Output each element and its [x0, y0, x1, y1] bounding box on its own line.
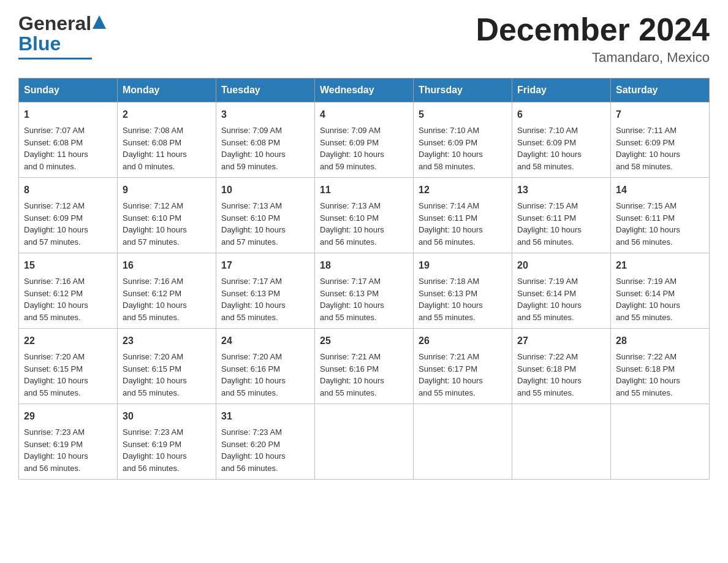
- calendar-cell: 6Sunrise: 7:10 AMSunset: 6:09 PMDaylight…: [512, 102, 611, 178]
- day-number: 27: [517, 334, 605, 348]
- day-info: Sunrise: 7:20 AMSunset: 6:15 PMDaylight:…: [123, 352, 187, 397]
- logo-general-label: General: [18, 12, 91, 35]
- calendar-cell: 1Sunrise: 7:07 AMSunset: 6:08 PMDaylight…: [19, 102, 118, 178]
- page-header: General Blue December 2024 Tamandaro, Me…: [18, 12, 710, 66]
- day-info: Sunrise: 7:20 AMSunset: 6:16 PMDaylight:…: [221, 352, 286, 397]
- calendar-cell: 19Sunrise: 7:18 AMSunset: 6:13 PMDayligh…: [414, 253, 512, 329]
- svg-marker-0: [93, 15, 106, 29]
- calendar-cell: 28Sunrise: 7:22 AMSunset: 6:18 PMDayligh…: [611, 329, 710, 404]
- calendar-week-row: 29Sunrise: 7:23 AMSunset: 6:19 PMDayligh…: [19, 404, 710, 480]
- day-info: Sunrise: 7:16 AMSunset: 6:12 PMDaylight:…: [24, 277, 88, 322]
- day-info: Sunrise: 7:15 AMSunset: 6:11 PMDaylight:…: [616, 201, 680, 247]
- day-number: 1: [24, 107, 112, 122]
- calendar-cell: 3Sunrise: 7:09 AMSunset: 6:08 PMDaylight…: [216, 102, 315, 178]
- day-info: Sunrise: 7:23 AMSunset: 6:19 PMDaylight:…: [123, 427, 187, 473]
- month-title: December 2024: [476, 12, 710, 47]
- header-thursday: Thursday: [414, 79, 512, 102]
- day-number: 7: [616, 107, 704, 122]
- day-info: Sunrise: 7:19 AMSunset: 6:14 PMDaylight:…: [517, 277, 582, 322]
- day-number: 15: [24, 258, 112, 273]
- day-number: 31: [221, 409, 309, 424]
- day-info: Sunrise: 7:17 AMSunset: 6:13 PMDaylight:…: [221, 277, 286, 322]
- day-number: 14: [616, 183, 704, 197]
- calendar-week-row: 1Sunrise: 7:07 AMSunset: 6:08 PMDaylight…: [19, 102, 710, 178]
- day-info: Sunrise: 7:23 AMSunset: 6:19 PMDaylight:…: [24, 427, 88, 473]
- day-info: Sunrise: 7:17 AMSunset: 6:13 PMDaylight:…: [320, 277, 384, 322]
- day-number: 30: [123, 409, 211, 424]
- day-info: Sunrise: 7:12 AMSunset: 6:10 PMDaylight:…: [123, 201, 187, 247]
- header-saturday: Saturday: [611, 79, 710, 102]
- calendar-cell: 30Sunrise: 7:23 AMSunset: 6:19 PMDayligh…: [118, 404, 216, 480]
- calendar-cell: 27Sunrise: 7:22 AMSunset: 6:18 PMDayligh…: [512, 329, 611, 404]
- day-info: Sunrise: 7:23 AMSunset: 6:20 PMDaylight:…: [221, 427, 286, 473]
- day-number: 6: [517, 107, 605, 122]
- calendar-cell: 5Sunrise: 7:10 AMSunset: 6:09 PMDaylight…: [414, 102, 512, 178]
- day-number: 29: [24, 409, 112, 424]
- day-number: 9: [123, 183, 211, 197]
- calendar-cell: 7Sunrise: 7:11 AMSunset: 6:09 PMDaylight…: [611, 102, 710, 178]
- calendar-header-row: SundayMondayTuesdayWednesdayThursdayFrid…: [19, 79, 710, 102]
- day-info: Sunrise: 7:22 AMSunset: 6:18 PMDaylight:…: [517, 352, 582, 397]
- calendar-cell: 21Sunrise: 7:19 AMSunset: 6:14 PMDayligh…: [611, 253, 710, 329]
- calendar-cell: 13Sunrise: 7:15 AMSunset: 6:11 PMDayligh…: [512, 178, 611, 253]
- day-info: Sunrise: 7:19 AMSunset: 6:14 PMDaylight:…: [616, 277, 680, 322]
- day-info: Sunrise: 7:18 AMSunset: 6:13 PMDaylight:…: [419, 277, 483, 322]
- calendar-cell: 15Sunrise: 7:16 AMSunset: 6:12 PMDayligh…: [19, 253, 118, 329]
- calendar-cell: 24Sunrise: 7:20 AMSunset: 6:16 PMDayligh…: [216, 329, 315, 404]
- calendar-week-row: 15Sunrise: 7:16 AMSunset: 6:12 PMDayligh…: [19, 253, 710, 329]
- day-number: 8: [24, 183, 112, 197]
- logo-blue-label: Blue: [18, 33, 61, 55]
- day-number: 12: [419, 183, 507, 197]
- day-number: 3: [221, 107, 309, 122]
- header-tuesday: Tuesday: [216, 79, 315, 102]
- day-number: 20: [517, 258, 605, 273]
- day-info: Sunrise: 7:14 AMSunset: 6:11 PMDaylight:…: [419, 201, 483, 247]
- day-number: 25: [320, 334, 408, 348]
- day-number: 24: [221, 334, 309, 348]
- day-info: Sunrise: 7:07 AMSunset: 6:08 PMDaylight:…: [24, 126, 88, 171]
- header-friday: Friday: [512, 79, 611, 102]
- calendar-week-row: 22Sunrise: 7:20 AMSunset: 6:15 PMDayligh…: [19, 329, 710, 404]
- calendar-cell: [414, 404, 512, 480]
- title-area: December 2024 Tamandaro, Mexico: [476, 12, 710, 66]
- header-monday: Monday: [118, 79, 216, 102]
- logo-triangle-icon: [93, 15, 106, 29]
- logo: General Blue: [18, 12, 106, 59]
- calendar-cell: [315, 404, 414, 480]
- location-label: Tamandaro, Mexico: [476, 50, 710, 66]
- day-number: 2: [123, 107, 211, 122]
- day-number: 5: [419, 107, 507, 122]
- calendar-cell: 16Sunrise: 7:16 AMSunset: 6:12 PMDayligh…: [118, 253, 216, 329]
- header-sunday: Sunday: [19, 79, 118, 102]
- day-info: Sunrise: 7:13 AMSunset: 6:10 PMDaylight:…: [221, 201, 286, 247]
- calendar-cell: 20Sunrise: 7:19 AMSunset: 6:14 PMDayligh…: [512, 253, 611, 329]
- day-number: 21: [616, 258, 704, 273]
- day-info: Sunrise: 7:08 AMSunset: 6:08 PMDaylight:…: [123, 126, 187, 171]
- day-info: Sunrise: 7:10 AMSunset: 6:09 PMDaylight:…: [419, 126, 483, 171]
- day-info: Sunrise: 7:21 AMSunset: 6:17 PMDaylight:…: [419, 352, 483, 397]
- day-info: Sunrise: 7:09 AMSunset: 6:09 PMDaylight:…: [320, 126, 384, 171]
- day-number: 10: [221, 183, 309, 197]
- day-info: Sunrise: 7:12 AMSunset: 6:09 PMDaylight:…: [24, 201, 88, 247]
- day-info: Sunrise: 7:11 AMSunset: 6:09 PMDaylight:…: [616, 126, 680, 171]
- header-wednesday: Wednesday: [315, 79, 414, 102]
- day-number: 22: [24, 334, 112, 348]
- calendar-cell: 25Sunrise: 7:21 AMSunset: 6:16 PMDayligh…: [315, 329, 414, 404]
- calendar-cell: [611, 404, 710, 480]
- calendar-cell: 12Sunrise: 7:14 AMSunset: 6:11 PMDayligh…: [414, 178, 512, 253]
- day-info: Sunrise: 7:16 AMSunset: 6:12 PMDaylight:…: [123, 277, 187, 322]
- day-number: 13: [517, 183, 605, 197]
- calendar-cell: 18Sunrise: 7:17 AMSunset: 6:13 PMDayligh…: [315, 253, 414, 329]
- day-info: Sunrise: 7:10 AMSunset: 6:09 PMDaylight:…: [517, 126, 582, 171]
- calendar-cell: 4Sunrise: 7:09 AMSunset: 6:09 PMDaylight…: [315, 102, 414, 178]
- calendar-cell: 29Sunrise: 7:23 AMSunset: 6:19 PMDayligh…: [19, 404, 118, 480]
- day-number: 16: [123, 258, 211, 273]
- day-number: 28: [616, 334, 704, 348]
- calendar-cell: 8Sunrise: 7:12 AMSunset: 6:09 PMDaylight…: [19, 178, 118, 253]
- day-info: Sunrise: 7:21 AMSunset: 6:16 PMDaylight:…: [320, 352, 384, 397]
- calendar-cell: 23Sunrise: 7:20 AMSunset: 6:15 PMDayligh…: [118, 329, 216, 404]
- day-info: Sunrise: 7:15 AMSunset: 6:11 PMDaylight:…: [517, 201, 582, 247]
- day-number: 17: [221, 258, 309, 273]
- calendar-cell: 9Sunrise: 7:12 AMSunset: 6:10 PMDaylight…: [118, 178, 216, 253]
- calendar-cell: 22Sunrise: 7:20 AMSunset: 6:15 PMDayligh…: [19, 329, 118, 404]
